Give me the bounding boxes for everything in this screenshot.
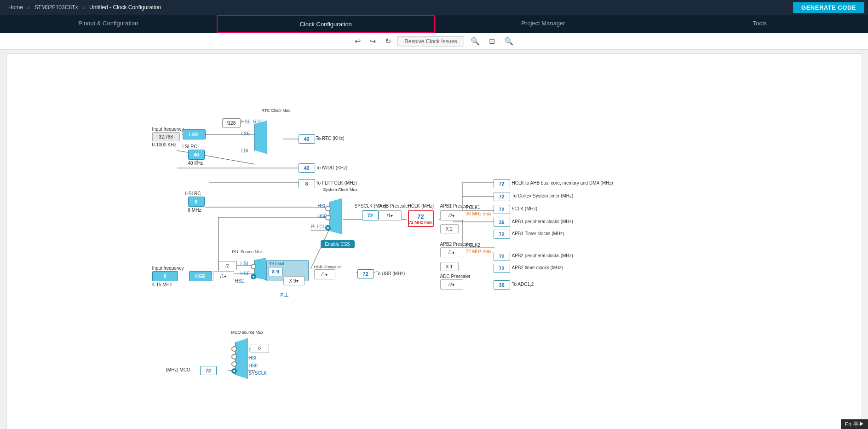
breadcrumb-bar: Home › STM32F103C8Tx › Untitled - Clock … bbox=[0, 0, 868, 15]
lsi-rc-label: LSI RC bbox=[183, 144, 197, 149]
radio-pllclk[interactable] bbox=[325, 225, 331, 231]
input-freq-label-hse: Input frequency bbox=[152, 266, 184, 271]
apb2-timer-out: 72 bbox=[494, 264, 510, 273]
flitfclk-to-label: To FLITFCLK (MHz) bbox=[316, 180, 357, 186]
sysclk-mux-shape bbox=[329, 198, 342, 234]
pll-source-mux-label: PLL Source Mux bbox=[232, 249, 263, 254]
breadcrumb-home[interactable]: Home bbox=[4, 0, 28, 15]
iwdg-to-label: To IWDG (KHz) bbox=[316, 165, 348, 170]
apb2-x1-box: X 1 bbox=[440, 262, 459, 271]
input-freq-range-lse: 0-1000 KHz bbox=[152, 142, 177, 147]
pll-box: *PLLMul X 9 X 9 ▾ PLL bbox=[266, 260, 309, 281]
pclk2-label: PCLK2 bbox=[466, 243, 481, 248]
radio-pllclk-mco[interactable] bbox=[231, 346, 237, 352]
zoom-in-button[interactable]: 🔍 bbox=[468, 36, 483, 46]
div128-box[interactable]: /128 bbox=[222, 118, 241, 128]
usb-prescaler-dropdown[interactable]: /1 ▾ bbox=[314, 269, 335, 279]
adc-prescaler-dropdown[interactable]: /2 ▾ bbox=[440, 279, 463, 290]
pll-label: PLL bbox=[281, 293, 322, 298]
cortex-out: 72 bbox=[494, 192, 510, 201]
lse-block: LSE bbox=[183, 129, 206, 139]
radio-sysclk-mco[interactable] bbox=[231, 368, 237, 374]
lse-mux-label: LSE bbox=[241, 131, 250, 136]
enable-css-button[interactable]: Enable CSS bbox=[321, 240, 355, 248]
hclk-bus-label: HCLK to AHB bus, core, memory and DMA (M… bbox=[512, 180, 613, 186]
breadcrumb-chip[interactable]: STM32F103C8Tx bbox=[30, 0, 83, 15]
system-clock-mux-label: System Clock Mux bbox=[323, 187, 358, 192]
hclk-mhz-label: HCLK (MHz) bbox=[408, 203, 434, 209]
rtc-to-label: To RTC (KHz) bbox=[316, 136, 345, 141]
tab-project[interactable]: Project Manager bbox=[435, 15, 652, 33]
undo-button[interactable]: ↩ bbox=[352, 36, 363, 46]
rtc-out-val[interactable]: 40 bbox=[299, 134, 315, 144]
generate-code-button[interactable]: GENERATE CODE bbox=[793, 2, 864, 13]
zoom-out-button[interactable]: 🔍 bbox=[501, 36, 516, 46]
hsi-pll-label: HSI bbox=[241, 261, 248, 266]
usb-to-label: To USB (MHz) bbox=[376, 271, 405, 276]
radio-hsi[interactable] bbox=[325, 206, 331, 211]
pclk1-label: PCLK1 bbox=[466, 205, 481, 210]
apb2-prescaler-dropdown[interactable]: /1 ▾ bbox=[440, 247, 463, 257]
apb1-peri-out: 36 bbox=[494, 218, 510, 227]
radio-hsi-pll[interactable] bbox=[251, 264, 256, 269]
radio-hsi-mco[interactable] bbox=[231, 354, 237, 359]
hsi-mux-label: HSI bbox=[318, 203, 326, 209]
hsi-rc-label: HSI RC bbox=[185, 191, 201, 196]
mco-source-mux-label: MCO source Mux bbox=[231, 330, 264, 335]
breadcrumb-file[interactable]: Untitled - Clock Configuration bbox=[85, 0, 166, 15]
apb1-timer-label: APB1 Timer clocks (MHz) bbox=[512, 231, 564, 236]
hsi-div2[interactable]: /2 bbox=[218, 261, 237, 270]
pclk1-38max: 38 MHz max bbox=[466, 211, 492, 216]
iwdg-out-val: 40 bbox=[299, 163, 315, 173]
refresh-button[interactable]: ↻ bbox=[382, 36, 394, 46]
apb2-peri-out: 72 bbox=[494, 252, 510, 261]
sysclk-val-box[interactable]: 72 bbox=[362, 210, 379, 220]
pclk2-72max: 72 MHz max bbox=[466, 249, 492, 254]
hse-div1-dropdown[interactable]: /1 ▾ bbox=[213, 271, 234, 281]
hse-input-block[interactable]: 8 bbox=[152, 271, 178, 281]
mco-out-val: 72 bbox=[200, 366, 217, 375]
pll-mul-val-box[interactable]: X 9 bbox=[269, 267, 282, 276]
fclk-out: 72 bbox=[494, 205, 510, 214]
lang-indicator: En bbox=[845, 421, 851, 428]
input-freq-range-hse: 4-15 MHz bbox=[152, 282, 172, 287]
tab-bar: Pinout & Configuration Clock Configurati… bbox=[0, 15, 868, 33]
hse-mco-label: HSE bbox=[249, 363, 259, 368]
apb1-timer-out: 72 bbox=[494, 230, 510, 239]
input-freq-lse-box[interactable]: 32.768 bbox=[152, 132, 180, 141]
resolve-clock-button[interactable]: Resolve Clock Issues bbox=[397, 36, 464, 46]
pll-mul-dropdown[interactable]: X 9 ▾ bbox=[283, 276, 305, 285]
sysclk-mco-label: SYSCLK bbox=[249, 371, 267, 376]
usb-out-val: 72 bbox=[357, 269, 374, 278]
radio-hse[interactable] bbox=[325, 215, 331, 220]
adc-to-label: To ADC1,2 bbox=[512, 282, 534, 287]
hse-conn-label: HSE bbox=[235, 278, 245, 284]
diagram-lines bbox=[7, 54, 862, 429]
hse-block: HSE bbox=[189, 271, 212, 281]
apb2-timer-label: APB2 timer clocks (MHz) bbox=[512, 265, 563, 270]
clock-diagram-canvas: RTC Clock Mux Input frequency 32.768 0-1… bbox=[6, 53, 862, 429]
lsi-mux-label: LSI bbox=[241, 148, 248, 153]
hsi-block: 8 bbox=[188, 197, 205, 207]
mco-label: (MHz) MCO bbox=[166, 367, 190, 372]
tab-clock[interactable]: Clock Configuration bbox=[217, 15, 435, 33]
adc-out: 36 bbox=[494, 280, 510, 290]
rtc-clock-mux-label: RTC Clock Mux bbox=[262, 108, 291, 113]
tab-pinout[interactable]: Pinout & Configuration bbox=[0, 15, 217, 33]
svg-line-23 bbox=[310, 230, 329, 269]
diagram: RTC Clock Mux Input frequency 32.768 0-1… bbox=[7, 54, 862, 429]
hsi-mco-label: HSI bbox=[249, 355, 257, 360]
ahb-prescaler-dropdown[interactable]: /1 ▾ bbox=[379, 210, 402, 220]
hclk-val-box[interactable]: 72 72 MHz max bbox=[408, 210, 434, 227]
mco-div2: /2 bbox=[251, 344, 269, 353]
toolbar: ↩ ↪ ↻ Resolve Clock Issues 🔍 ⊡ 🔍 bbox=[0, 33, 868, 50]
rtc-mux-shape bbox=[254, 121, 267, 154]
radio-hse-pll[interactable] bbox=[251, 274, 256, 279]
ahb-prescaler-label: AHB Prescaler bbox=[379, 203, 410, 209]
tab-tools[interactable]: Tools bbox=[651, 15, 868, 33]
fit-button[interactable]: ⊡ bbox=[486, 36, 498, 46]
redo-button[interactable]: ↪ bbox=[367, 36, 379, 46]
apb1-prescaler-dropdown[interactable]: /2 ▾ bbox=[440, 210, 463, 220]
cortex-label: To Cortex System timer (MHz) bbox=[512, 193, 574, 198]
radio-hse-mco[interactable] bbox=[231, 361, 237, 367]
